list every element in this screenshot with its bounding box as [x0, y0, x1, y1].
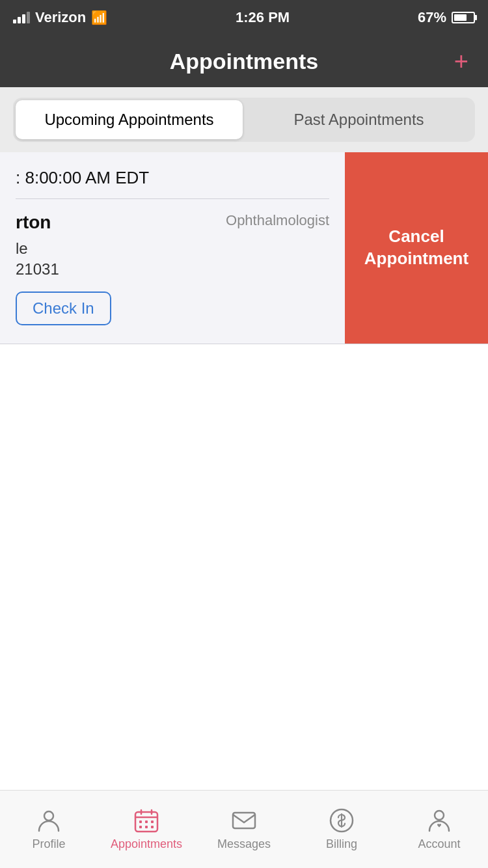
cancel-appointment-button[interactable]: CancelAppointment [345, 152, 488, 344]
svg-rect-3 [145, 821, 148, 823]
status-right: 67% [418, 9, 475, 26]
content-area: : 8:00:00 AM EDT rton Ophthalmologist le… [0, 152, 488, 798]
envelope-icon [231, 807, 257, 834]
calendar-icon [133, 807, 159, 834]
checkin-button[interactable]: Check In [16, 292, 111, 325]
battery-percent: 67% [418, 9, 446, 26]
svg-rect-2 [139, 821, 142, 823]
tab-item-messages[interactable]: Messages [195, 807, 293, 851]
svg-rect-5 [139, 826, 142, 828]
add-button[interactable]: + [454, 49, 468, 74]
svg-rect-4 [151, 821, 154, 823]
time-label: 1:26 PM [236, 9, 290, 26]
status-left: Verizon 📶 [13, 9, 107, 26]
appointment-time: : 8:00:00 AM EDT [16, 168, 329, 188]
dollar-icon [329, 807, 355, 834]
empty-area [0, 344, 488, 798]
carrier-label: Verizon [35, 9, 86, 26]
svg-rect-8 [233, 813, 255, 828]
apt-zip: 21031 [16, 260, 329, 278]
tab-upcoming[interactable]: Upcoming Appointments [16, 100, 243, 139]
tab-label-profile: Profile [32, 837, 65, 851]
battery-icon [452, 12, 475, 23]
apt-location: le [16, 239, 329, 258]
tabs-container: Upcoming Appointments Past Appointments [0, 87, 488, 152]
svg-rect-7 [151, 826, 154, 828]
signal-icon [13, 12, 30, 23]
apt-doctor-row: rton Ophthalmologist [16, 212, 329, 233]
nav-bar: Appointments + [0, 35, 488, 87]
appointment-info: : 8:00:00 AM EDT rton Ophthalmologist le… [0, 152, 345, 344]
tab-label-account: Account [418, 837, 460, 851]
tab-item-account[interactable]: Account [390, 807, 488, 851]
appointment-card: : 8:00:00 AM EDT rton Ophthalmologist le… [0, 152, 488, 344]
doctor-specialty: Ophthalmologist [226, 212, 329, 229]
tab-item-appointments[interactable]: Appointments [98, 807, 195, 851]
tab-label-appointments: Appointments [111, 837, 182, 851]
apt-divider [16, 198, 329, 199]
doctor-name: rton [16, 212, 51, 233]
person-icon [36, 807, 62, 834]
tab-label-messages: Messages [217, 837, 271, 851]
status-bar: Verizon 📶 1:26 PM 67% [0, 0, 488, 35]
tab-item-profile[interactable]: Profile [0, 807, 98, 851]
svg-point-0 [44, 811, 53, 821]
tabs-inner: Upcoming Appointments Past Appointments [13, 98, 475, 142]
nav-title: Appointments [170, 49, 319, 74]
tab-item-billing[interactable]: Billing [293, 807, 390, 851]
person-heart-icon [426, 807, 452, 834]
cancel-label: CancelAppointment [364, 226, 468, 270]
bottom-tab-bar: Profile Appointments Messages [0, 790, 488, 868]
svg-rect-6 [145, 826, 148, 828]
tab-label-billing: Billing [326, 837, 357, 851]
tab-past[interactable]: Past Appointments [245, 100, 472, 139]
wifi-icon: 📶 [91, 10, 107, 25]
svg-point-10 [435, 811, 444, 820]
